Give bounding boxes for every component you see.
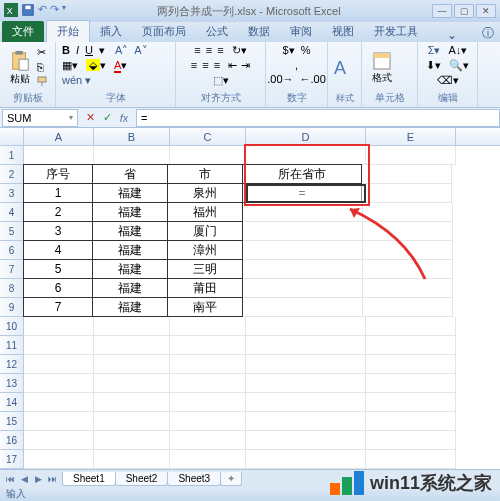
cell[interactable]: 福州 xyxy=(167,202,243,222)
row-header[interactable]: 2 xyxy=(0,165,24,184)
cell[interactable] xyxy=(170,317,246,336)
cell[interactable] xyxy=(24,146,94,165)
cell[interactable] xyxy=(243,203,363,222)
cell[interactable] xyxy=(94,374,170,393)
cell[interactable]: 5 xyxy=(23,259,93,279)
cell[interactable]: 三明 xyxy=(167,259,243,279)
cell[interactable] xyxy=(366,450,456,469)
cell[interactable] xyxy=(246,450,366,469)
dec-inc-button[interactable]: .00→ xyxy=(267,73,293,85)
cell[interactable] xyxy=(170,336,246,355)
row-header[interactable]: 8 xyxy=(0,279,24,298)
cell[interactable] xyxy=(246,412,366,431)
cell[interactable]: 所在省市 xyxy=(242,164,362,184)
cell[interactable]: 漳州 xyxy=(167,240,243,260)
row-header[interactable]: 6 xyxy=(0,241,24,260)
copy-icon[interactable]: ⎘ xyxy=(37,61,49,73)
row-header[interactable]: 17 xyxy=(0,450,24,469)
sum-button[interactable]: Σ▾ xyxy=(428,44,441,57)
cell[interactable] xyxy=(24,450,94,469)
tab-view[interactable]: 视图 xyxy=(322,21,364,42)
cell[interactable]: 泉州 xyxy=(167,183,243,203)
row-header[interactable]: 5 xyxy=(0,222,24,241)
tab-nav-first[interactable]: ⏮ xyxy=(4,473,16,485)
cell[interactable] xyxy=(170,374,246,393)
row-header[interactable]: 4 xyxy=(0,203,24,222)
tab-home[interactable]: 开始 xyxy=(46,20,90,42)
cell[interactable]: 厦门 xyxy=(167,221,243,241)
sheet-tab-add[interactable]: ✦ xyxy=(220,472,242,486)
underline-button[interactable]: U xyxy=(85,44,93,57)
sheet-tab-1[interactable]: Sheet1 xyxy=(62,472,116,486)
cell[interactable] xyxy=(170,146,246,165)
tab-nav-prev[interactable]: ◀ xyxy=(18,473,30,485)
select-all-corner[interactable] xyxy=(0,128,24,145)
tab-file[interactable]: 文件 xyxy=(2,21,44,42)
cell[interactable] xyxy=(170,431,246,450)
col-header-D[interactable]: D xyxy=(246,128,366,145)
cell[interactable] xyxy=(363,222,453,241)
tab-review[interactable]: 审阅 xyxy=(280,21,322,42)
cell[interactable]: = xyxy=(242,183,362,203)
row-header[interactable]: 7 xyxy=(0,260,24,279)
paste-button[interactable]: 粘贴 xyxy=(6,50,33,86)
cell[interactable] xyxy=(24,393,94,412)
cell[interactable] xyxy=(24,412,94,431)
cell[interactable] xyxy=(94,393,170,412)
cell[interactable] xyxy=(94,317,170,336)
font-color-button[interactable]: A▾ xyxy=(114,59,127,72)
row-header[interactable]: 11 xyxy=(0,336,24,355)
cell[interactable]: 2 xyxy=(23,202,93,222)
cell[interactable] xyxy=(246,355,366,374)
cell[interactable] xyxy=(94,431,170,450)
tab-data[interactable]: 数据 xyxy=(238,21,280,42)
cell[interactable] xyxy=(170,355,246,374)
align-center-icon[interactable]: ≡ xyxy=(202,59,208,72)
cell[interactable] xyxy=(366,431,456,450)
cell[interactable] xyxy=(94,355,170,374)
format-painter-icon[interactable] xyxy=(37,75,49,89)
help-icon[interactable]: ⓘ xyxy=(482,25,494,42)
indent-dec-icon[interactable]: ⇤ xyxy=(228,59,237,72)
align-bot-icon[interactable]: ≡ xyxy=(217,44,223,57)
border-button[interactable]: ▦▾ xyxy=(62,59,78,72)
cell[interactable]: 序号 xyxy=(23,164,93,184)
redo-icon[interactable]: ↷ xyxy=(50,3,59,19)
align-right-icon[interactable]: ≡ xyxy=(214,59,220,72)
row-header[interactable]: 9 xyxy=(0,298,24,317)
cell[interactable] xyxy=(94,336,170,355)
accept-formula-button[interactable]: ✓ xyxy=(99,110,115,126)
cell[interactable] xyxy=(94,412,170,431)
cell[interactable] xyxy=(170,450,246,469)
comma-button[interactable]: , xyxy=(295,59,298,71)
cell[interactable]: 福建 xyxy=(92,240,168,260)
format-button[interactable]: 格式 xyxy=(368,50,396,86)
fill-button[interactable]: ⬇▾ xyxy=(426,59,441,72)
row-header[interactable]: 14 xyxy=(0,393,24,412)
cell[interactable] xyxy=(243,222,363,241)
cell[interactable] xyxy=(24,374,94,393)
cell[interactable] xyxy=(24,317,94,336)
ribbon-min-icon[interactable]: ⌄ xyxy=(447,28,457,42)
formula-input[interactable]: = xyxy=(136,109,500,127)
row-header[interactable]: 12 xyxy=(0,355,24,374)
cell[interactable] xyxy=(24,431,94,450)
cancel-formula-button[interactable]: ✕ xyxy=(82,110,98,126)
cell[interactable] xyxy=(363,241,453,260)
cell[interactable] xyxy=(366,412,456,431)
tab-insert[interactable]: 插入 xyxy=(90,21,132,42)
phonetic-button[interactable]: wén ▾ xyxy=(62,74,91,87)
cell[interactable]: 莆田 xyxy=(167,278,243,298)
cell[interactable] xyxy=(366,355,456,374)
minimize-button[interactable]: — xyxy=(432,4,452,18)
cell[interactable] xyxy=(363,260,453,279)
tab-pagelayout[interactable]: 页面布局 xyxy=(132,21,196,42)
cell[interactable]: 南平 xyxy=(167,297,243,317)
percent-button[interactable]: % xyxy=(301,44,311,57)
bold-button[interactable]: B xyxy=(62,44,70,57)
cell[interactable] xyxy=(170,412,246,431)
row-header[interactable]: 1 xyxy=(0,146,24,165)
cell[interactable]: 省 xyxy=(92,164,168,184)
cell[interactable]: 3 xyxy=(23,221,93,241)
col-header-B[interactable]: B xyxy=(94,128,170,145)
